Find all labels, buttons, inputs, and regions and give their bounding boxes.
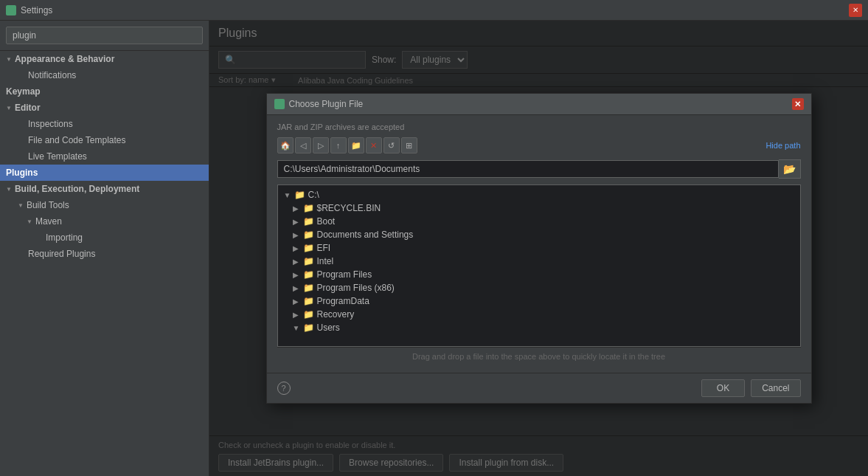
sidebar-item-keymap[interactable]: Keymap — [0, 83, 209, 100]
back-button[interactable]: ◁ — [295, 137, 311, 154]
dialog-title-area: Choose Plugin File — [274, 99, 364, 109]
tree-item-users[interactable]: ▼📁Users — [278, 321, 800, 334]
dialog-overlay: Choose Plugin File ✕ JAR and ZIP archive… — [209, 21, 868, 476]
tree-item-label: C:\ — [308, 190, 319, 200]
tree-item-label: Documents and Settings — [317, 230, 414, 240]
sidebar-item-plugins[interactable]: Plugins — [0, 165, 209, 181]
sidebar: ▼Appearance & BehaviorNotificationsKeyma… — [0, 21, 209, 476]
dialog-footer: ? OK Cancel — [267, 373, 811, 403]
chevron-icon: ▼ — [6, 105, 12, 111]
title-bar: Settings ✕ — [0, 0, 868, 21]
sidebar-item-required-plugins[interactable]: Required Plugins — [0, 246, 209, 262]
sidebar-item-label: Build Tools — [27, 200, 69, 210]
folder-icon: 📁 — [303, 322, 314, 333]
tree-item-boot[interactable]: ▶📁Boot — [278, 215, 800, 228]
tree-item-label: Program Files (x86) — [317, 283, 395, 293]
sidebar-item-editor[interactable]: ▼Editor — [0, 100, 209, 116]
tree-item-label: EFI — [317, 243, 331, 253]
tree-item-label: Intel — [317, 256, 334, 266]
help-button[interactable]: ? — [277, 382, 291, 395]
main-content: Plugins Show: All plugins Enabled Disabl… — [209, 21, 868, 476]
tree-arrow-icon: ▶ — [293, 271, 300, 279]
sidebar-search-area — [0, 21, 209, 51]
dialog-subtitle: JAR and ZIP archives are accepted — [277, 123, 801, 131]
folder-icon: 📁 — [303, 243, 314, 253]
tree-item-label: Recovery — [317, 309, 355, 320]
sidebar-item-appearance[interactable]: ▼Appearance & Behavior — [0, 51, 209, 67]
folder-icon: 📁 — [294, 190, 305, 200]
sidebar-item-notifications[interactable]: Notifications — [0, 67, 209, 83]
sidebar-item-label: Build, Execution, Deployment — [15, 184, 139, 194]
window-close-button[interactable]: ✕ — [849, 4, 862, 17]
delete-button[interactable]: ✕ — [366, 137, 382, 154]
tree-arrow-icon: ▶ — [293, 204, 300, 213]
sidebar-item-label: Keymap — [6, 86, 41, 97]
tree-item-program-files-x86[interactable]: ▶📁Program Files (x86) — [278, 281, 800, 294]
path-input-row: 📂 — [277, 159, 801, 179]
toggle-view-button[interactable]: ⊞ — [401, 137, 417, 154]
sidebar-item-label: Editor — [15, 103, 41, 113]
drag-drop-hint: Drag and drop a file into the space abov… — [277, 347, 801, 365]
tree-item-documents-settings[interactable]: ▶📁Documents and Settings — [278, 228, 800, 241]
folder-icon: 📁 — [303, 269, 314, 280]
chevron-icon: ▼ — [6, 186, 12, 193]
dialog-title-icon — [274, 99, 285, 109]
sidebar-item-maven[interactable]: ▼Maven — [0, 213, 209, 230]
forward-button[interactable]: ▷ — [313, 137, 329, 154]
sidebar-item-file-code-templates[interactable]: File and Code Templates — [0, 132, 209, 148]
tree-item-program-files[interactable]: ▶📁Program Files — [278, 268, 800, 281]
folder-icon: 📁 — [303, 203, 314, 213]
sidebar-search-input[interactable] — [6, 27, 203, 44]
tree-item-program-data[interactable]: ▶📁ProgramData — [278, 294, 800, 308]
tree-item-label: Users — [317, 322, 340, 333]
tree-item-label: $RECYCLE.BIN — [317, 203, 381, 213]
settings-container: ▼Appearance & BehaviorNotificationsKeyma… — [0, 21, 868, 476]
file-tree[interactable]: ▼📁C:\▶📁$RECYCLE.BIN▶📁Boot▶📁Documents and… — [277, 184, 801, 347]
tree-item-label: Boot — [317, 216, 336, 227]
file-toolbar: 🏠 ◁ ▷ ↑ 📁 ✕ ↺ ⊞ Hide path — [277, 137, 801, 154]
tree-arrow-icon: ▶ — [293, 258, 300, 266]
tree-item-recovery[interactable]: ▶📁Recovery — [278, 308, 800, 321]
tree-item-label: ProgramData — [317, 296, 369, 306]
file-toolbar-buttons: 🏠 ◁ ▷ ↑ 📁 ✕ ↺ ⊞ — [277, 137, 417, 154]
tree-item-c-drive[interactable]: ▼📁C:\ — [278, 188, 800, 201]
tree-arrow-icon: ▶ — [293, 311, 300, 319]
folder-icon: 📁 — [303, 216, 314, 227]
tree-arrow-icon: ▼ — [293, 324, 300, 332]
cancel-button[interactable]: Cancel — [751, 379, 800, 397]
tree-arrow-icon: ▶ — [293, 284, 300, 292]
up-button[interactable]: ↑ — [330, 137, 347, 154]
sidebar-item-importing[interactable]: Importing — [0, 230, 209, 246]
home-button[interactable]: 🏠 — [277, 137, 294, 154]
sidebar-item-inspections[interactable]: Inspections — [0, 116, 209, 132]
dialog-title-text: Choose Plugin File — [289, 99, 364, 109]
dialog-title-bar: Choose Plugin File ✕ — [267, 94, 811, 115]
path-browse-button[interactable]: 📂 — [779, 159, 801, 179]
sidebar-item-label: Appearance & Behavior — [15, 54, 114, 64]
tree-arrow-icon: ▼ — [284, 191, 291, 199]
sidebar-item-label: Inspections — [28, 119, 73, 129]
ok-button[interactable]: OK — [701, 379, 745, 397]
tree-item-intel[interactable]: ▶📁Intel — [278, 255, 800, 268]
tree-item-recycle-bin[interactable]: ▶📁$RECYCLE.BIN — [278, 201, 800, 215]
sidebar-item-live-templates[interactable]: Live Templates — [0, 148, 209, 165]
sidebar-item-label: Notifications — [28, 70, 76, 80]
hide-path-link[interactable]: Hide path — [765, 141, 800, 150]
sidebar-item-label: Plugins — [6, 168, 38, 178]
dialog-body: JAR and ZIP archives are accepted 🏠 ◁ ▷ … — [267, 115, 811, 373]
refresh-button[interactable]: ↺ — [383, 137, 400, 154]
sidebar-item-build-tools[interactable]: ▼Build Tools — [0, 197, 209, 213]
path-input[interactable] — [277, 160, 779, 178]
sidebar-item-build-execution[interactable]: ▼Build, Execution, Deployment — [0, 181, 209, 197]
window-title: Settings — [21, 5, 52, 15]
sidebar-item-label: Required Plugins — [28, 249, 95, 259]
tree-item-efi[interactable]: ▶📁EFI — [278, 241, 800, 255]
dialog-close-button[interactable]: ✕ — [792, 98, 804, 110]
folder-icon: 📁 — [303, 283, 314, 293]
tree-arrow-icon: ▶ — [293, 218, 300, 226]
chevron-icon: ▼ — [18, 202, 24, 209]
new-folder-button[interactable]: 📁 — [348, 137, 364, 154]
tree-item-label: Program Files — [317, 269, 372, 280]
sidebar-item-label: Maven — [35, 216, 62, 227]
tree-arrow-icon: ▶ — [293, 244, 300, 252]
